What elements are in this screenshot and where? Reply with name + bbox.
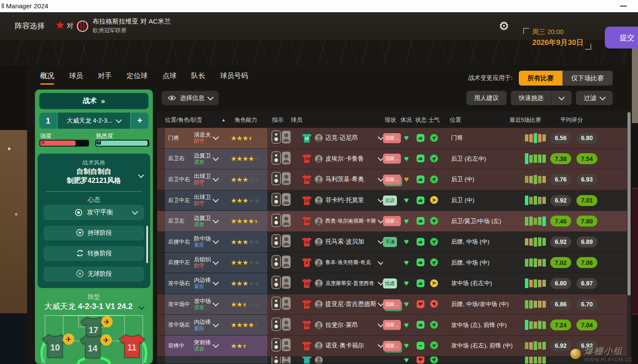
table-row[interactable]: 攻中场右内边锋策应★★★★★11克里斯蒂安·普里西奇忧虑♥攻中场 (右左中)6.… xyxy=(157,273,628,294)
status-badge[interactable]: 抗议 xyxy=(383,196,397,206)
scrollbar[interactable] xyxy=(146,226,148,263)
status-badge[interactable]: 国家... xyxy=(383,216,401,226)
phase-button-1[interactable]: 持球阶段 xyxy=(44,226,144,240)
player-cell[interactable]: 8鲁本·洛夫特斯-奇克 xyxy=(301,258,383,268)
player-instructions[interactable] xyxy=(267,214,301,229)
add-tactic-button[interactable]: + xyxy=(131,113,148,129)
col-ability[interactable]: 角色能力 xyxy=(235,116,257,124)
table-row[interactable]: 后卫右边翼卫进攻★★★★★20皮埃尔·卡鲁鲁国家...♥后卫 (右左中)7.38… xyxy=(157,149,628,170)
filter-button[interactable]: 过滤 xyxy=(576,91,613,105)
instructions-icon[interactable] xyxy=(272,357,291,364)
date-block[interactable]: 周三 20:00 2026年9月30日 xyxy=(532,28,583,48)
player-instructions[interactable] xyxy=(267,172,301,187)
player-cell[interactable]: 17诺亚·奥卡福尔 xyxy=(301,341,383,351)
instructions-icon[interactable] xyxy=(272,234,291,247)
status-badge[interactable]: 不满 xyxy=(383,237,397,247)
tab-队长[interactable]: 队长 xyxy=(191,72,205,85)
player-instructions[interactable] xyxy=(267,130,301,145)
tactics-button[interactable]: 战术 » xyxy=(39,93,148,109)
role-dropdown[interactable]: 出球卫防守 xyxy=(194,194,231,207)
instructions-icon[interactable] xyxy=(272,276,291,289)
col-last5[interactable]: 最近5场比赛 xyxy=(510,116,541,124)
col-status[interactable]: 现状 xyxy=(385,116,396,124)
player-cell[interactable]: 16迈克·迈尼昂 xyxy=(301,133,383,143)
gear-icon[interactable]: ⚙ xyxy=(499,19,509,33)
player-instructions[interactable] xyxy=(267,276,301,291)
player-instructions[interactable] xyxy=(267,151,301,166)
style-name[interactable]: 自制自制自 制肥罗42121风格 xyxy=(38,167,150,185)
player-instructions[interactable] xyxy=(267,193,301,208)
role-dropdown[interactable]: 攻中场进攻 xyxy=(194,298,231,311)
instructions-icon[interactable] xyxy=(272,214,291,227)
scrollbar-thumb[interactable] xyxy=(628,112,631,295)
instructions-icon[interactable] xyxy=(272,130,291,144)
player-instructions[interactable] xyxy=(267,338,301,353)
submit-button[interactable]: 提交 xyxy=(605,27,638,48)
match-info[interactable]: 布拉格斯拉维亚 对 AC米兰 欧洲冠军联赛 xyxy=(93,17,171,35)
player-cell[interactable]: 32托马索·波贝加 xyxy=(301,237,383,247)
col-position[interactable]: 位置 xyxy=(450,116,461,124)
table-row-partial[interactable]: ♥ xyxy=(157,357,628,364)
role-dropdown[interactable]: 出球卫防守 xyxy=(194,173,231,186)
instructions-icon[interactable] xyxy=(272,255,291,268)
col-instructions[interactable]: 指示 xyxy=(272,116,283,124)
tab-球员号码[interactable]: 球员号码 xyxy=(220,72,248,85)
mentality-dropdown[interactable]: 攻守平衡 xyxy=(44,205,144,220)
table-row[interactable]: 门将清道夫防守★★★★★★16迈克·迈尼昂国家...♥门将6.566.80 xyxy=(157,128,628,149)
formation-dropdown[interactable]: 大威天龙 4-2-3-1 V1 24.2 xyxy=(35,301,153,312)
tactic-slot-number[interactable]: 1 xyxy=(39,113,57,129)
instructions-icon[interactable] xyxy=(272,193,291,206)
player-cell[interactable]: 28马利茨基·希奥 xyxy=(301,175,383,185)
player-instructions[interactable] xyxy=(267,234,301,249)
minimize-icon[interactable] xyxy=(620,6,627,7)
tab-概况[interactable]: 概况 xyxy=(40,72,54,85)
status-badge[interactable]: 国家... xyxy=(383,175,401,185)
formation-pitch[interactable]: 17✈10✈14✈11 xyxy=(36,313,152,364)
table-row[interactable]: 后腰中右防中场策应★★★★★32托马索·波贝加不满♥后腰, 中场 (中)6.92… xyxy=(157,232,628,253)
status-badge[interactable]: 国家... xyxy=(383,299,401,309)
tab-点球[interactable]: 点球 xyxy=(162,72,176,85)
instructions-icon[interactable] xyxy=(272,318,291,331)
col-condition[interactable]: 体况 xyxy=(400,116,412,124)
tactic-dropdown[interactable]: 大威天龙 4-2-3... xyxy=(57,113,131,129)
phase-button-3[interactable]: 无球阶段 xyxy=(44,267,144,282)
table-row[interactable]: 攻中场中攻中场进攻★★★★★★14提亚尼·雷吉恩德斯国家...♥后腰, 中场/攻… xyxy=(157,294,628,315)
instructions-icon[interactable] xyxy=(272,297,291,310)
player-cell[interactable]: 14提亚尼·雷吉恩德斯 xyxy=(301,299,383,309)
player-cell[interactable]: 19西奥·埃尔南德斯·卡斯坎特 xyxy=(301,216,383,226)
role-dropdown[interactable]: 边翼卫进攻 xyxy=(194,152,231,165)
col-position-role[interactable]: 位置/角色/职责 xyxy=(165,116,202,124)
player-instructions[interactable] xyxy=(267,255,301,270)
col-morale[interactable]: 士气 xyxy=(428,116,440,124)
role-dropdown[interactable]: 边翼卫进攻 xyxy=(194,215,231,228)
col-avg-rating[interactable]: 平均评分 xyxy=(560,116,583,124)
player-cell[interactable]: 23菲卡约·托莫里 xyxy=(301,196,383,206)
sort-arrow-icon[interactable]: ▲ xyxy=(221,117,226,122)
role-dropdown[interactable]: 突前锋进攻 xyxy=(194,339,231,352)
tab-对手[interactable]: 对手 xyxy=(98,72,112,85)
status-badge[interactable]: 国家... xyxy=(383,133,401,143)
player-cell[interactable]: 20皮埃尔·卡鲁鲁 xyxy=(301,154,383,164)
tab-球员[interactable]: 球员 xyxy=(69,72,83,85)
status-badge[interactable]: 国家... xyxy=(383,320,401,330)
player-cell[interactable]: 10拉斐尔·莱昂 xyxy=(301,320,383,330)
table-row[interactable]: 后卫中右出球卫防守★★★★★28马利茨基·希奥国家...♥后卫 (中)6.766… xyxy=(157,169,628,190)
apply-option-2[interactable]: 仅下场比赛 xyxy=(562,71,613,86)
col-player[interactable]: 球员 xyxy=(291,116,302,124)
role-dropdown[interactable]: 后组织防守 xyxy=(194,256,231,269)
instructions-icon[interactable] xyxy=(272,151,291,165)
player-instructions[interactable] xyxy=(267,318,301,333)
table-row[interactable]: 前锋中突前锋进攻★★★★★★17诺亚·奥卡福尔国家...♥攻中场 (右左), 前… xyxy=(157,336,628,357)
suggestions-button[interactable]: 用人建议 xyxy=(466,91,507,105)
quick-pick-dropdown[interactable] xyxy=(551,91,572,105)
instructions-icon[interactable] xyxy=(272,338,291,351)
player-cell[interactable]: 11克里斯蒂安·普里西奇 xyxy=(301,278,383,288)
table-row[interactable]: 后腰中左后组织防守★★★★★8鲁本·洛夫特斯-奇克♥后腰, 中场 (中)7.02… xyxy=(157,253,628,274)
select-info-button[interactable]: 选择信息 xyxy=(162,91,219,105)
scrollbar[interactable] xyxy=(627,111,631,364)
table-row[interactable]: 后卫中左出球卫防守★★★★★23菲卡约·托莫里抗议♥后卫 (中)6.927.01 xyxy=(157,190,628,211)
col-state[interactable]: 状态 xyxy=(415,116,427,124)
role-dropdown[interactable]: 清道夫防守 xyxy=(194,131,231,144)
status-badge[interactable]: 忧虑 xyxy=(383,278,397,288)
table-row[interactable]: 攻中场左内边锋策应★★★★★10拉斐尔·莱昂国家...♥攻中场 (左), 前锋 … xyxy=(157,315,628,336)
